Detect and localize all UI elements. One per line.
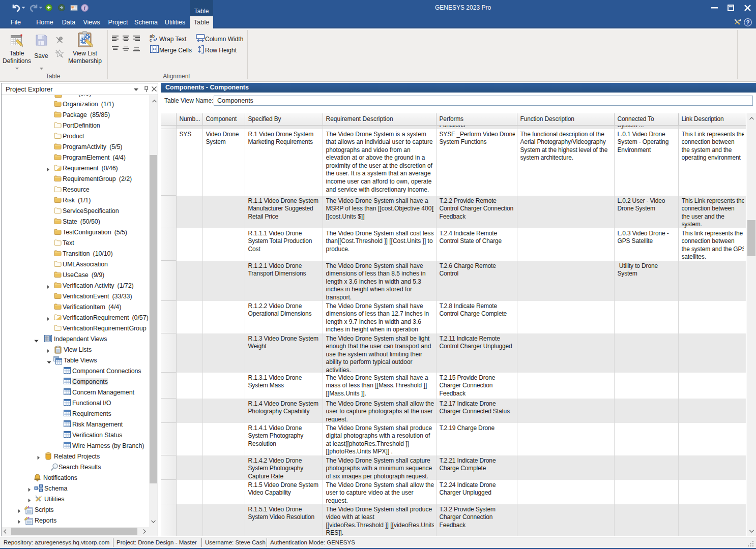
svg-text:?: ? (746, 19, 749, 25)
svg-text:c: c (150, 38, 152, 43)
svg-text:i: i (84, 5, 85, 11)
